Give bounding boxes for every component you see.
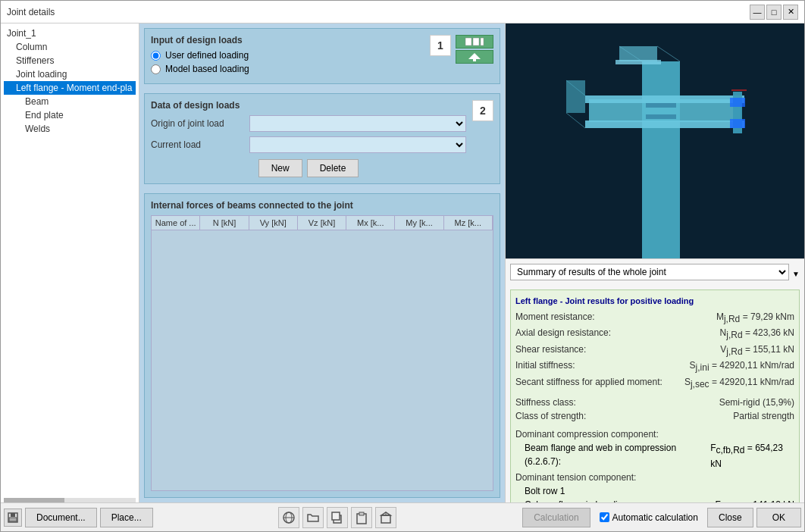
col-vy: Vy [kN] [249, 216, 298, 230]
ok-button[interactable]: OK [756, 508, 801, 527]
result-moment-label: Moment resistance: [515, 310, 595, 326]
save-icon [7, 512, 19, 524]
folder-icon-btn[interactable] [302, 507, 324, 528]
tree-scroll[interactable]: Joint_1 Column Stiffeners Joint loading … [4, 27, 136, 496]
svg-rect-33 [381, 515, 390, 523]
bottom-bar: Document... Place... Calculation Automa [1, 502, 804, 531]
origin-label: Origin of joint load [151, 118, 249, 129]
result-strength-class-value: Partial strength [733, 409, 794, 423]
results-heading: Left flange - Joint results for positive… [515, 295, 794, 308]
tree-item-welds-label: Welds [25, 124, 50, 134]
box-icon-btn[interactable] [375, 507, 396, 528]
svg-rect-17 [619, 46, 657, 61]
svg-rect-24 [11, 513, 15, 517]
load-btn-row: New Delete [151, 159, 466, 177]
svg-rect-30 [332, 512, 340, 520]
badge-1: 1 [430, 35, 451, 56]
result-secant-label: Secant stiffness for applied moment: [515, 375, 662, 391]
delete-button[interactable]: Delete [307, 159, 359, 177]
result-axial-value: Nj,Rd = 423,36 kN [720, 326, 794, 342]
tree-scrollbar[interactable] [4, 498, 136, 502]
tree-item-beam[interactable]: Beam [4, 95, 136, 108]
result-row-secant: Secant stiffness for applied moment: Sj,… [515, 375, 794, 391]
col-n: N [kN] [200, 216, 249, 230]
dominant-tension-label: Dominant tension component: [515, 471, 794, 484]
result-row-stiffness-class: Stiffness class: Semi-rigid (15,9%) [515, 396, 794, 409]
dropdown-arrow: ▼ [792, 270, 800, 278]
svg-marker-3 [468, 53, 481, 59]
paste-icon-btn[interactable] [351, 507, 372, 528]
result-shear-value: Vj,Rd = 155,11 kN [720, 343, 794, 358]
data-loads-section: Data of design loads Origin of joint loa… [144, 93, 500, 184]
tree-item-joint1[interactable]: Joint_1 [4, 27, 136, 40]
result-row-axial: Axial design resistance: Nj,Rd = 423,36 … [515, 326, 794, 342]
svg-rect-0 [465, 38, 471, 45]
main-content: Joint_1 Column Stiffeners Joint loading … [1, 23, 804, 502]
minimize-button[interactable]: — [750, 5, 765, 20]
col-my: My [k... [395, 216, 443, 230]
design-loads-section: Input of design loads User defined loadi… [144, 28, 500, 84]
tree-item-joint-loading[interactable]: Joint loading [4, 67, 136, 81]
paste-icon [355, 511, 368, 524]
tree-item-welds[interactable]: Welds [4, 122, 136, 136]
col-vz: Vz [kN] [298, 216, 346, 230]
result-row-strength-class: Class of strength: Partial strength [515, 409, 794, 423]
tree-item-stiffeners[interactable]: Stiffeners [4, 54, 136, 67]
window-title: Joint details [7, 7, 55, 17]
close-button[interactable]: ✕ [783, 5, 798, 20]
user-defined-label: User defined loading [165, 50, 249, 61]
compression-sub-label: Beam flange and web in compression (6.2.… [515, 441, 710, 471]
result-strength-class-label: Class of strength: [515, 409, 586, 423]
table-header: Name of ... N [kN] Vy [kN] Vz [kN] Mx [k… [151, 215, 493, 230]
auto-calc-label: Automatic calculation [612, 512, 698, 523]
compression-value: Fc,fb,Rd = 654,23 kN [710, 441, 794, 471]
svg-rect-2 [481, 38, 484, 45]
globe-icon-btn[interactable] [278, 507, 299, 528]
tree-item-joint-loading-label: Joint loading [16, 69, 67, 80]
title-bar: Joint details — □ ✕ [1, 1, 804, 23]
internal-forces-section: Internal forces of beams connected to th… [144, 193, 500, 498]
maximize-button[interactable]: □ [766, 5, 782, 20]
svg-rect-9 [585, 120, 744, 128]
result-stiffness-value: Sj,ini = 42920,11 kNm/rad [690, 358, 794, 374]
svg-rect-25 [9, 518, 17, 521]
origin-select[interactable] [249, 115, 466, 132]
current-load-select[interactable] [249, 136, 466, 153]
csv-export-btn[interactable] [456, 35, 493, 49]
copy-icon-btn[interactable] [327, 507, 348, 528]
tree-item-end-plate[interactable]: End plate [4, 108, 136, 122]
model-based-radio[interactable] [151, 64, 161, 74]
tree-item-column[interactable]: Column [4, 40, 136, 54]
import-btn[interactable] [456, 50, 493, 64]
results-dropdown[interactable]: Summary of results of the whole joint [510, 264, 789, 280]
current-load-row: Current load [151, 136, 466, 153]
tree-item-end-plate-label: End plate [25, 110, 64, 120]
user-defined-radio[interactable] [151, 51, 161, 61]
svg-rect-13 [646, 103, 676, 108]
internal-forces-title: Internal forces of beams connected to th… [151, 200, 493, 211]
tree-item-beam-label: Beam [25, 96, 49, 107]
result-row-moment: Moment resistance: Mj,Rd = 79,29 kNm [515, 310, 794, 326]
svg-rect-18 [615, 60, 661, 64]
design-loads-title: Input of design loads [151, 35, 249, 45]
save-icon-btn[interactable] [4, 509, 22, 527]
csv-icon [464, 36, 485, 47]
copy-icon [330, 511, 344, 524]
compression-row: Beam flange and web in compression (6.2.… [515, 441, 794, 471]
tension-bolt-row1: Bolt row 1 [515, 484, 794, 498]
close-button[interactable]: Close [707, 508, 753, 527]
tree-item-left-flange[interactable]: Left flange - Moment end-pla [4, 81, 136, 95]
document-button[interactable]: Document... [25, 508, 97, 527]
result-secant-value: Sj,sec = 42920,11 kNm/rad [684, 375, 794, 391]
calculation-button[interactable]: Calculation [522, 508, 590, 527]
user-defined-row: User defined loading [151, 50, 249, 61]
place-button[interactable]: Place... [100, 508, 153, 527]
3d-viewport-svg [506, 23, 804, 258]
result-stiffness-class-value: Semi-rigid (15,9%) [719, 396, 794, 409]
svg-rect-21 [566, 80, 585, 113]
new-button[interactable]: New [258, 159, 302, 177]
table-body[interactable] [151, 230, 493, 491]
center-panel: Input of design loads User defined loadi… [139, 23, 506, 502]
right-panel: Summary of results of the whole joint ▼ … [506, 23, 804, 502]
auto-calc-checkbox[interactable] [600, 512, 609, 522]
